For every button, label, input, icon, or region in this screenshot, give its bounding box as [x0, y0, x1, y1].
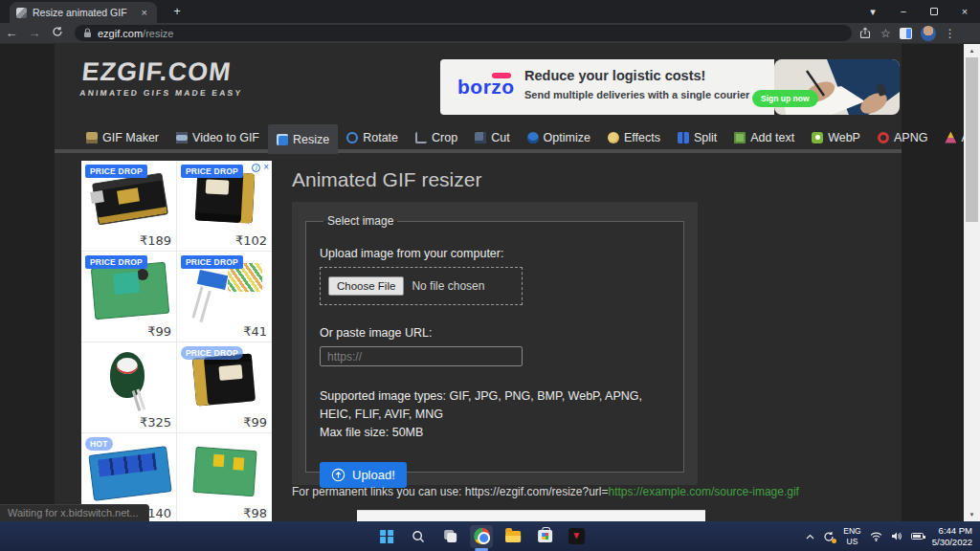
file-input-box[interactable]: Choose File No file chosen: [320, 267, 523, 305]
nav-optimize[interactable]: Optimize: [519, 124, 599, 150]
product-image: [85, 443, 172, 506]
sidebar-ad-grid: PRICE DROP₹189 PRICE DROP₹102 PRICE DROP…: [81, 161, 272, 521]
microsoft-store-button[interactable]: [533, 525, 556, 548]
nav-webp[interactable]: WebP: [803, 124, 869, 150]
nav-apng[interactable]: APNG: [869, 124, 936, 150]
reload-button[interactable]: [46, 26, 69, 40]
nav-video-to-gif[interactable]: Video to GIF: [167, 124, 268, 150]
chrome-taskbar-button[interactable]: [470, 525, 493, 548]
close-window-button[interactable]: ×: [949, 0, 980, 23]
start-button[interactable]: [375, 525, 398, 548]
wifi-icon[interactable]: [870, 532, 882, 541]
permalink-text: For permanent links you can use: https:/…: [292, 485, 609, 498]
language-indicator[interactable]: ENGUS: [843, 526, 860, 545]
volume-icon[interactable]: [891, 531, 902, 541]
forward-button[interactable]: →: [23, 26, 46, 40]
upload-label: Upload image from your computer:: [320, 247, 670, 260]
nav-label: Effects: [624, 131, 660, 144]
nav-label: Resize: [293, 133, 329, 146]
nav-label: Rotate: [363, 131, 398, 144]
site-favicon: [16, 8, 27, 18]
notification-dot: [832, 539, 836, 543]
price-drop-badge: PRICE DROP: [181, 346, 243, 360]
product-image: [181, 261, 268, 324]
header-ad-banner[interactable]: borzo Reduce your logistic costs! Send m…: [440, 59, 900, 115]
ad-controls: i ×: [252, 163, 269, 172]
nav-crop[interactable]: Crop: [407, 124, 466, 150]
scroll-up-icon[interactable]: ▲: [964, 44, 980, 57]
bookmark-star-icon[interactable]: ☆: [880, 27, 891, 40]
back-button[interactable]: ←: [0, 26, 23, 40]
battery-icon[interactable]: [911, 533, 924, 540]
onedrive-sync-icon[interactable]: [823, 531, 835, 542]
site-logo[interactable]: EZGIF.COM ANIMATED GIFS MADE EASY: [79, 59, 246, 98]
product-ad[interactable]: PRICE DROP₹99: [81, 252, 176, 342]
image-url-input[interactable]: [320, 346, 523, 366]
optimize-icon: [527, 132, 539, 143]
logo-tagline: ANIMATED GIFS MADE EASY: [79, 88, 243, 98]
new-tab-button[interactable]: +: [168, 3, 186, 20]
url-path: /resize: [143, 28, 173, 39]
system-tray: ENGUS 6:44 PM5/30/2022: [806, 521, 972, 551]
taskbar-icons: ▼: [375, 521, 588, 551]
product-image: [85, 352, 172, 415]
maximize-button[interactable]: [919, 0, 949, 23]
apng-icon: [878, 132, 889, 143]
clock[interactable]: 6:44 PM5/30/2022: [932, 525, 972, 548]
browser-menu-icon[interactable]: ⋮: [945, 27, 956, 40]
side-panel-icon[interactable]: [900, 28, 912, 39]
scrollbar-thumb[interactable]: [966, 57, 978, 222]
chrome-icon: [474, 528, 490, 544]
minimize-button[interactable]: −: [888, 0, 919, 23]
page-scrollbar[interactable]: ▲ ▼: [964, 44, 980, 521]
share-icon[interactable]: [859, 27, 872, 39]
nav-split[interactable]: Split: [669, 124, 725, 150]
page-title: Animated GIF resizer: [292, 168, 481, 191]
url-text: ezgif.com/resize: [98, 28, 173, 39]
file-explorer-button[interactable]: [501, 525, 524, 548]
windows-logo-icon: [380, 530, 393, 543]
nav-rotate[interactable]: Rotate: [338, 124, 407, 150]
product-image: [85, 170, 172, 233]
product-ad[interactable]: ₹325: [81, 342, 176, 432]
ad-close-icon[interactable]: ×: [263, 163, 269, 172]
profile-avatar[interactable]: [921, 26, 936, 41]
permalink-example-link[interactable]: https://example.com/source-image.gif: [609, 485, 799, 498]
tray-chevron-icon[interactable]: [806, 534, 814, 540]
product-ad[interactable]: PRICE DROP₹41: [177, 252, 272, 342]
tray-time: 6:44 PM: [932, 525, 972, 537]
effects-icon: [608, 132, 619, 143]
ad-cta-button[interactable]: Sign up now: [752, 90, 818, 107]
chevron-down-icon[interactable]: ▾: [858, 0, 888, 23]
product-ad[interactable]: PRICE DROP₹99: [177, 342, 272, 432]
product-price: ₹98: [243, 506, 267, 520]
rotate-icon: [346, 132, 358, 143]
task-view-button[interactable]: [438, 525, 461, 548]
address-bar[interactable]: ezgif.com/resize: [75, 25, 852, 41]
product-image: [85, 261, 172, 324]
choose-file-button[interactable]: Choose File: [328, 276, 404, 296]
nav-resize[interactable]: Resize: [268, 124, 338, 154]
scroll-down-icon[interactable]: ▼: [964, 508, 980, 521]
language-line1: ENG: [843, 526, 860, 536]
select-image-fieldset: Select image Upload image from your comp…: [305, 214, 684, 473]
ad-info-icon[interactable]: i: [252, 164, 260, 172]
product-price: ₹325: [140, 415, 171, 430]
windows-taskbar: ▼ ENGUS 6:44 PM5/30/2022: [0, 521, 980, 551]
webp-icon: [812, 132, 823, 143]
tab-close-icon[interactable]: ×: [139, 7, 150, 19]
nav-effects[interactable]: Effects: [599, 124, 669, 150]
product-ad[interactable]: PRICE DROP₹189: [81, 161, 176, 251]
product-ad[interactable]: PRICE DROP₹102: [177, 161, 272, 251]
predator-app-button[interactable]: ▼: [565, 525, 588, 548]
browser-tab[interactable]: Resize animated GIF ×: [10, 2, 157, 23]
nav-cut[interactable]: Cut: [466, 124, 518, 150]
nav-gif-maker[interactable]: GIF Maker: [78, 124, 167, 150]
search-button[interactable]: [407, 525, 430, 548]
fieldset-legend: Select image: [323, 214, 397, 228]
window-controls: ▾ − ×: [858, 0, 980, 23]
product-ad[interactable]: ₹98: [177, 433, 272, 521]
upload-cloud-icon: [331, 468, 345, 482]
nav-label: Crop: [432, 131, 457, 144]
nav-add-text[interactable]: Add text: [725, 124, 803, 150]
